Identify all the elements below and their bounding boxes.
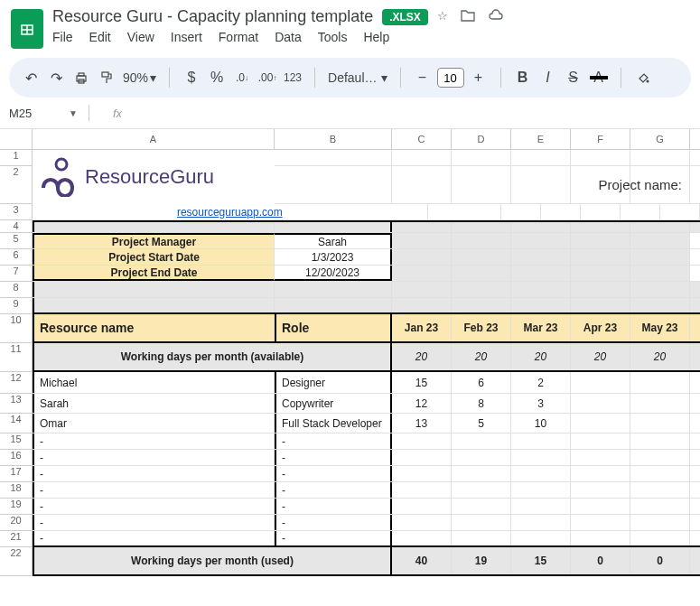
row-header[interactable]: 13: [0, 394, 33, 414]
resource-name-cell[interactable]: Sarah: [33, 394, 275, 413]
font-select[interactable]: Defaul… ▾: [328, 70, 387, 85]
available-cell[interactable]: 20: [571, 343, 630, 370]
text-color-button[interactable]: A: [590, 69, 608, 87]
empty-cell[interactable]: -: [275, 466, 392, 481]
available-cell[interactable]: 20: [511, 343, 571, 370]
used-cell[interactable]: 0: [571, 547, 630, 574]
empty-cell[interactable]: -: [33, 515, 275, 530]
role-cell[interactable]: Full Stack Developer: [275, 414, 392, 433]
empty-cell[interactable]: -: [275, 450, 392, 465]
spreadsheet-grid[interactable]: A B C D E F G 1 2 3 4 5 6 7 8 9 10 11 12…: [0, 129, 700, 576]
percent-button[interactable]: %: [208, 69, 226, 87]
used-cell[interactable]: 19: [452, 547, 511, 574]
data-cell[interactable]: 13: [392, 414, 452, 433]
role-cell[interactable]: Designer: [275, 372, 392, 393]
row-header[interactable]: 15: [0, 434, 33, 450]
print-icon[interactable]: [72, 69, 90, 87]
resource-name-cell[interactable]: Omar: [33, 414, 275, 433]
role-cell[interactable]: Copywriter: [275, 394, 392, 413]
row-header[interactable]: 21: [0, 531, 33, 547]
data-cell[interactable]: 10: [511, 414, 571, 433]
move-icon[interactable]: [461, 9, 475, 24]
strikethrough-button[interactable]: S: [565, 69, 583, 87]
row-header[interactable]: 16: [0, 450, 33, 466]
row-header[interactable]: 20: [0, 515, 33, 531]
col-header[interactable]: G: [630, 129, 690, 149]
col-header[interactable]: E: [511, 129, 571, 149]
row-header[interactable]: 9: [0, 298, 33, 314]
data-cell[interactable]: [571, 414, 630, 433]
data-cell[interactable]: [630, 394, 690, 413]
row-header[interactable]: 1: [0, 150, 33, 166]
row-header[interactable]: 12: [0, 372, 33, 394]
data-cell[interactable]: [571, 372, 630, 393]
data-cell[interactable]: 15: [392, 372, 452, 393]
menu-file[interactable]: File: [52, 30, 73, 44]
bold-button[interactable]: B: [514, 69, 532, 87]
data-cell[interactable]: 12: [392, 394, 452, 413]
value-start-date[interactable]: 1/3/2023: [275, 249, 392, 265]
chevron-down-icon[interactable]: ▼: [69, 108, 78, 118]
empty-cell[interactable]: -: [275, 499, 392, 514]
menu-view[interactable]: View: [127, 30, 154, 44]
number-format-button[interactable]: 123: [284, 69, 302, 87]
empty-cell[interactable]: -: [275, 482, 392, 498]
document-title[interactable]: Resource Guru - Capacity planning templa…: [52, 7, 373, 26]
available-cell[interactable]: 20: [392, 343, 452, 370]
used-cell[interactable]: 40: [392, 547, 452, 574]
menu-format[interactable]: Format: [219, 30, 258, 44]
data-cell[interactable]: 5: [452, 414, 511, 433]
row-header[interactable]: 22: [0, 547, 33, 576]
row-header[interactable]: 17: [0, 466, 33, 482]
empty-cell[interactable]: -: [33, 531, 275, 545]
value-project-manager[interactable]: Sarah: [275, 233, 392, 248]
col-header[interactable]: C: [392, 129, 452, 149]
menu-data[interactable]: Data: [275, 30, 302, 44]
italic-button[interactable]: I: [539, 69, 557, 87]
resource-name-cell[interactable]: Michael: [33, 372, 275, 393]
row-header[interactable]: 19: [0, 499, 33, 515]
used-cell[interactable]: 0: [630, 547, 690, 574]
row-header[interactable]: 6: [0, 249, 33, 266]
undo-icon[interactable]: ↶: [22, 69, 40, 87]
redo-icon[interactable]: ↷: [47, 69, 65, 87]
decrease-font-button[interactable]: −: [414, 69, 432, 87]
paint-format-icon[interactable]: [98, 69, 116, 87]
resourceguru-link[interactable]: resourceguruapp.com: [177, 206, 283, 219]
available-cell[interactable]: 20: [630, 343, 690, 370]
empty-cell[interactable]: -: [33, 499, 275, 514]
empty-cell[interactable]: -: [275, 434, 392, 449]
row-header[interactable]: 11: [0, 343, 33, 372]
cloud-icon[interactable]: [488, 9, 504, 24]
menu-tools[interactable]: Tools: [318, 30, 348, 44]
star-icon[interactable]: ☆: [437, 9, 448, 24]
font-size-input[interactable]: [437, 68, 464, 88]
value-end-date[interactable]: 12/20/2023: [275, 266, 392, 281]
increase-font-button[interactable]: +: [470, 69, 488, 87]
empty-cell[interactable]: -: [33, 450, 275, 465]
row-header[interactable]: 4: [0, 220, 33, 233]
data-cell[interactable]: 8: [452, 394, 511, 413]
data-cell[interactable]: [630, 414, 690, 433]
select-all-corner[interactable]: [0, 129, 33, 149]
empty-cell[interactable]: -: [33, 482, 275, 498]
row-header[interactable]: 5: [0, 233, 33, 249]
zoom-select[interactable]: 90% ▾: [123, 70, 156, 85]
menu-insert[interactable]: Insert: [171, 30, 202, 44]
col-header[interactable]: D: [452, 129, 511, 149]
col-header[interactable]: A: [33, 129, 275, 149]
data-cell[interactable]: [630, 372, 690, 393]
row-header[interactable]: 2: [0, 166, 33, 204]
data-cell[interactable]: 3: [511, 394, 571, 413]
currency-button[interactable]: $: [182, 69, 201, 87]
used-cell[interactable]: 15: [511, 547, 571, 574]
empty-cell[interactable]: -: [275, 531, 392, 545]
row-header[interactable]: 7: [0, 266, 33, 282]
col-header[interactable]: B: [275, 129, 392, 149]
empty-cell[interactable]: -: [33, 434, 275, 449]
name-box[interactable]: M25: [9, 107, 63, 120]
row-header[interactable]: 18: [0, 482, 33, 499]
data-cell[interactable]: 2: [511, 372, 571, 393]
empty-cell[interactable]: -: [33, 466, 275, 481]
data-cell[interactable]: 6: [452, 372, 511, 393]
